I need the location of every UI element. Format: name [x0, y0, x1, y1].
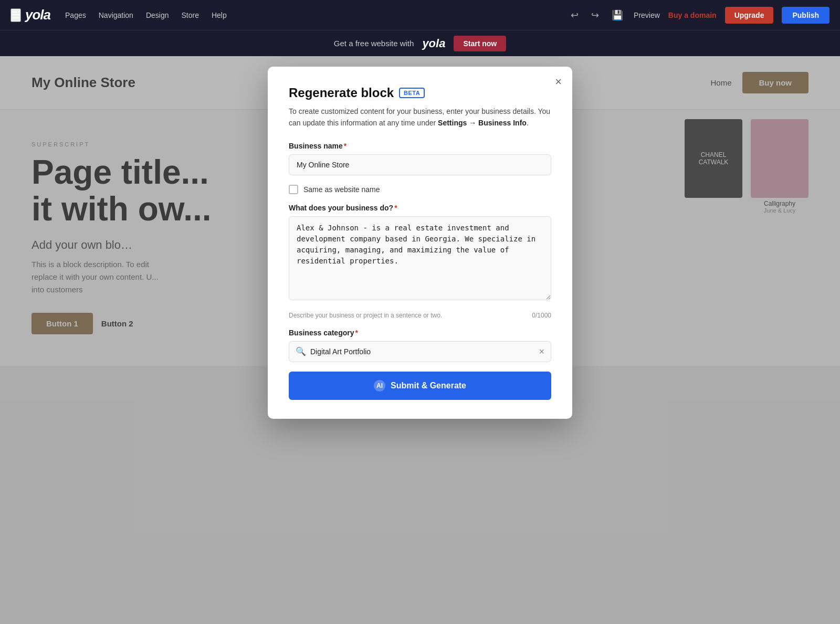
upgrade-button[interactable]: Upgrade: [725, 7, 774, 24]
textarea-hint: Describe your business or project in a s…: [289, 312, 442, 319]
beta-badge: BETA: [399, 88, 425, 98]
promo-text: Get a free website with: [334, 39, 414, 48]
hamburger-menu[interactable]: ☰: [10, 8, 21, 22]
modal-title: Regenerate block: [289, 86, 394, 100]
buy-domain-link[interactable]: Buy a domain: [668, 11, 717, 19]
logo-area: ☰ yola: [10, 7, 50, 23]
modal-overlay: × Regenerate block BETA To create custom…: [0, 56, 840, 624]
nav-design[interactable]: Design: [146, 11, 169, 19]
nav-pages[interactable]: Pages: [65, 11, 86, 19]
business-do-textarea[interactable]: Alex & Johnson - is a real estate invest…: [289, 216, 551, 300]
redo-button[interactable]: ↪: [589, 7, 601, 23]
same-as-website-label: Same as website name: [303, 185, 380, 194]
nav-navigation[interactable]: Navigation: [99, 11, 133, 19]
save-button[interactable]: 💾: [610, 7, 625, 23]
business-name-label: Business name*: [289, 142, 551, 150]
yola-logo: yola: [25, 7, 50, 23]
business-name-input[interactable]: [289, 154, 551, 175]
required-star-do: *: [394, 204, 397, 212]
top-navigation: ☰ yola Pages Navigation Design Store Hel…: [0, 0, 840, 30]
nav-help[interactable]: Help: [212, 11, 227, 19]
category-input-wrapper: 🔍 ×: [289, 341, 551, 362]
nav-store[interactable]: Store: [181, 11, 198, 19]
same-as-website-row: Same as website name: [289, 185, 551, 194]
topnav-actions: ↩ ↪ 💾 Preview Buy a domain Upgrade Publi…: [569, 7, 830, 24]
required-star-name: *: [344, 142, 346, 150]
preview-link[interactable]: Preview: [634, 11, 660, 19]
business-category-group: Business category* 🔍 ×: [289, 329, 551, 362]
same-as-website-checkbox[interactable]: [289, 185, 298, 194]
page-background: My Online Store Home Buy now SUPERSCRIPT…: [0, 56, 840, 624]
undo-button[interactable]: ↩: [569, 7, 581, 23]
submit-generate-button[interactable]: AI Submit & Generate: [289, 372, 551, 400]
category-clear-button[interactable]: ×: [539, 347, 544, 356]
submit-label: Submit & Generate: [391, 381, 466, 390]
regenerate-block-modal: × Regenerate block BETA To create custom…: [268, 67, 572, 419]
modal-description: To create customized content for your bu…: [289, 105, 551, 129]
publish-button[interactable]: Publish: [782, 7, 830, 24]
main-nav-links: Pages Navigation Design Store Help: [65, 10, 227, 20]
business-name-group: Business name*: [289, 142, 551, 175]
modal-title-row: Regenerate block BETA: [289, 86, 551, 100]
search-icon: 🔍: [296, 346, 306, 356]
promo-brand: yola: [422, 37, 445, 50]
business-do-label: What does your business do?*: [289, 204, 551, 212]
business-category-label: Business category*: [289, 329, 551, 337]
modal-close-button[interactable]: ×: [555, 76, 562, 88]
ai-icon: AI: [374, 380, 385, 392]
category-search-input[interactable]: [310, 342, 539, 362]
textarea-footer: Describe your business or project in a s…: [289, 312, 551, 319]
start-now-button[interactable]: Start now: [454, 36, 506, 51]
required-star-cat: *: [355, 329, 358, 337]
business-do-group: What does your business do?* Alex & John…: [289, 204, 551, 302]
promo-banner: Get a free website with yola Start now: [0, 30, 840, 56]
modal-settings-link: Settings → Business Info: [438, 119, 527, 127]
textarea-count: 0/1000: [532, 312, 551, 319]
